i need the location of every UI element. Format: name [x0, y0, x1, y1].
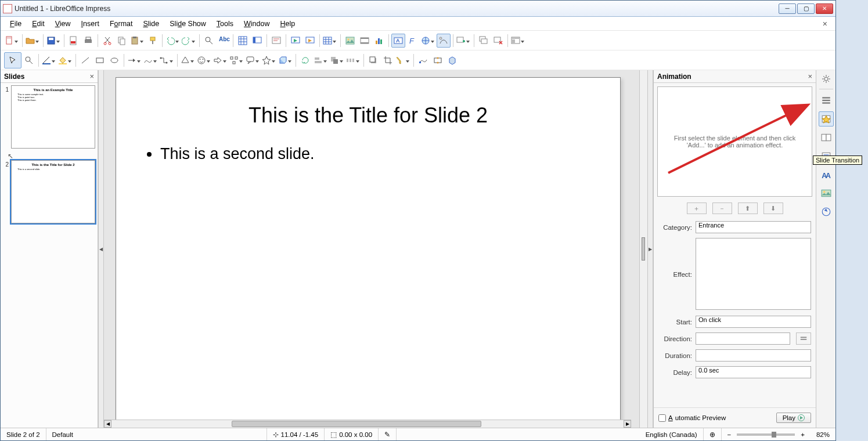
vertical-scrollbar[interactable] — [639, 70, 647, 428]
find-replace-button[interactable] — [202, 34, 216, 48]
curves-polygons-button[interactable] — [143, 53, 159, 67]
arrange-button[interactable] — [329, 53, 345, 67]
add-effect-button[interactable]: ＋ — [687, 203, 707, 214]
zoom-pan-button[interactable] — [22, 53, 36, 67]
gallery-tab[interactable] — [819, 186, 834, 201]
effect-options-button[interactable] — [796, 332, 811, 345]
menu-format[interactable]: Format — [105, 19, 138, 29]
print-button[interactable] — [81, 34, 95, 48]
export-pdf-button[interactable] — [67, 34, 81, 48]
remove-effect-button[interactable]: － — [712, 203, 732, 214]
line-color-button[interactable] — [41, 53, 57, 67]
menu-window[interactable]: Window — [239, 19, 274, 29]
insert-hyperlink-button[interactable] — [420, 34, 436, 48]
slide-title-text[interactable]: This is the Title for Slide 2 — [116, 78, 620, 128]
menu-tools[interactable]: Tools — [212, 19, 238, 29]
slide-body-text[interactable]: This is a second slide. — [116, 128, 620, 163]
rotate-button[interactable] — [298, 53, 312, 67]
callouts-button[interactable] — [245, 53, 261, 67]
slide-thumb-1[interactable]: 1 This is an Example Title This is some … — [3, 85, 95, 149]
delete-slide-button[interactable] — [491, 34, 505, 48]
insert-table-button[interactable] — [322, 34, 338, 48]
show-draw-functions-button[interactable] — [437, 34, 451, 48]
menu-slideshow[interactable]: Slide Show — [165, 19, 211, 29]
symbol-shapes-button[interactable] — [196, 53, 212, 67]
sidebar-panel-close[interactable]: × — [808, 72, 812, 81]
auto-preview-checkbox[interactable]: Automatic Preview — [658, 414, 726, 422]
flowchart-button[interactable] — [229, 53, 244, 67]
align-objects-button[interactable] — [313, 53, 329, 67]
slide-layout-button[interactable] — [510, 34, 526, 48]
filter-button[interactable] — [395, 53, 411, 67]
duplicate-slide-button[interactable] — [477, 34, 491, 48]
new-slide-button[interactable] — [456, 34, 471, 48]
distribute-button[interactable] — [345, 53, 361, 67]
menu-help[interactable]: Help — [276, 19, 300, 29]
properties-tab[interactable] — [819, 93, 834, 108]
paste-button[interactable] — [129, 34, 145, 48]
start-select[interactable]: On click — [696, 316, 811, 328]
fit-page-button[interactable]: ⊕ — [704, 428, 722, 440]
close-document-button[interactable]: × — [819, 19, 831, 28]
undo-button[interactable] — [165, 34, 181, 48]
clone-formatting-button[interactable] — [146, 34, 160, 48]
duration-select[interactable] — [696, 349, 811, 362]
sidebar-settings-button[interactable] — [819, 73, 834, 85]
lines-arrows-button[interactable] — [127, 53, 142, 67]
direction-select[interactable] — [696, 332, 790, 345]
display-grid-button[interactable] — [236, 34, 250, 48]
start-current-slide-button[interactable] — [303, 34, 317, 48]
master-slide-button[interactable] — [269, 34, 283, 48]
styles-tab[interactable]: AA — [819, 167, 834, 182]
crop-button[interactable] — [381, 53, 395, 67]
zoom-control[interactable]: −+ — [722, 428, 811, 440]
move-down-button[interactable]: ⬇ — [763, 203, 783, 214]
minimize-button[interactable]: ─ — [779, 3, 796, 14]
rectangle-tool-button[interactable] — [93, 53, 107, 67]
category-select[interactable]: Entrance — [696, 221, 811, 233]
display-views-button[interactable] — [250, 34, 264, 48]
3d-objects-button[interactable] — [278, 53, 293, 67]
basic-shapes-button[interactable] — [180, 53, 196, 67]
spelling-button[interactable]: Abc — [217, 34, 230, 48]
animation-tab[interactable] — [819, 111, 834, 126]
status-language[interactable]: English (Canada) — [640, 428, 704, 440]
insert-image-button[interactable] — [343, 34, 357, 48]
start-first-slide-button[interactable] — [289, 34, 302, 48]
zoom-percent[interactable]: 82% — [811, 428, 835, 440]
slide-transition-tab[interactable] — [819, 130, 834, 145]
slides-panel-close[interactable]: × — [89, 72, 94, 81]
navigator-tab[interactable] — [819, 204, 834, 219]
sidebar-collapser[interactable]: ▶ — [647, 70, 653, 428]
redo-button[interactable] — [181, 34, 197, 48]
connectors-button[interactable] — [159, 53, 175, 67]
menu-file[interactable]: File — [5, 19, 26, 29]
effect-list[interactable] — [696, 238, 811, 310]
line-tool-button[interactable] — [78, 53, 92, 67]
move-up-button[interactable]: ⬆ — [738, 203, 758, 214]
shadow-button[interactable] — [366, 53, 380, 67]
horizontal-scrollbar[interactable]: ◀ ▶ — [104, 420, 631, 428]
block-arrows-button[interactable] — [213, 53, 228, 67]
open-button[interactable] — [25, 34, 41, 48]
cut-button[interactable] — [100, 34, 114, 48]
close-button[interactable]: ✕ — [816, 3, 833, 14]
menu-view[interactable]: View — [51, 19, 75, 29]
copy-button[interactable] — [115, 34, 129, 48]
insert-av-button[interactable] — [358, 34, 372, 48]
delay-input[interactable]: 0.0 sec — [696, 366, 811, 378]
fill-color-button[interactable] — [57, 53, 73, 67]
slide-canvas[interactable]: This is the Title for Slide 2 This is a … — [116, 77, 621, 428]
gluepoints-button[interactable] — [431, 53, 445, 67]
insert-fontwork-button[interactable]: F — [406, 34, 420, 48]
menu-slide[interactable]: Slide — [138, 19, 164, 29]
new-button[interactable] — [4, 34, 20, 48]
maximize-button[interactable]: ▢ — [797, 3, 815, 14]
stars-banners-button[interactable] — [261, 53, 277, 67]
toggle-extrusion-button[interactable] — [445, 53, 459, 67]
points-edit-button[interactable] — [416, 53, 430, 67]
play-button[interactable]: Play — [776, 413, 811, 423]
insert-textbox-button[interactable]: A — [391, 34, 405, 48]
ellipse-tool-button[interactable] — [107, 53, 121, 67]
menu-insert[interactable]: Insert — [77, 19, 104, 29]
